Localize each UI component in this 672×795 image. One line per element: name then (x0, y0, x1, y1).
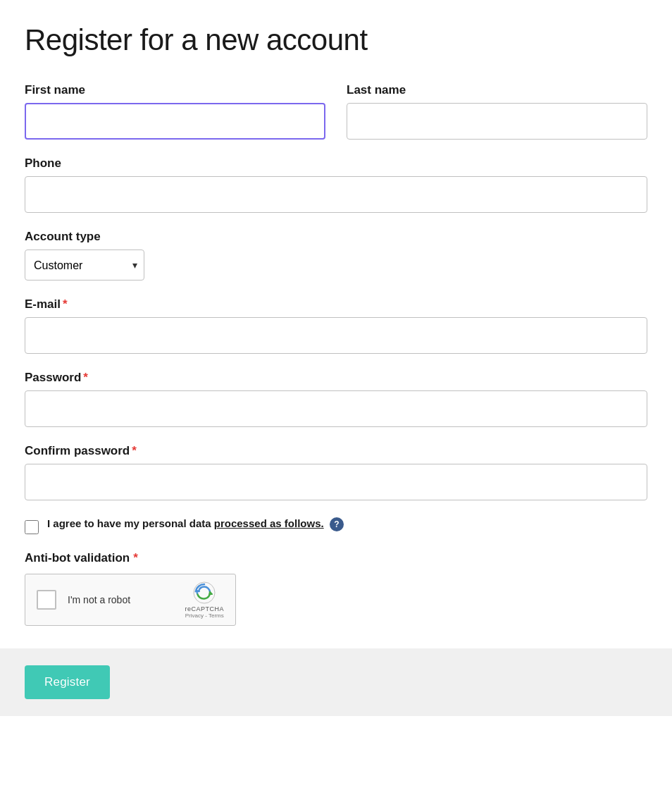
recaptcha-widget[interactable]: I'm not a robot reCAPTCHA Privacy - Term… (25, 574, 236, 626)
page-title: Register for a new account (25, 23, 647, 58)
password-label: Password* (25, 371, 647, 385)
last-name-label: Last name (347, 83, 647, 97)
name-row: First name Last name (25, 83, 647, 140)
last-name-input[interactable] (347, 103, 647, 140)
processed-link[interactable]: processed as follows. (214, 517, 324, 529)
recaptcha-logo-icon (193, 581, 216, 604)
recaptcha-links: Privacy - Terms (185, 612, 224, 619)
account-type-label: Account type (25, 230, 647, 244)
email-required-star: * (63, 297, 68, 311)
account-type-group: Account type Customer Business Partner ▾ (25, 230, 647, 281)
email-input[interactable] (25, 317, 647, 354)
confirm-password-required-star: * (132, 444, 137, 457)
password-required-star: * (83, 371, 88, 384)
confirm-password-group: Confirm password* (25, 444, 647, 500)
footer-bar: Register (0, 648, 672, 716)
first-name-input[interactable] (25, 103, 325, 140)
consent-row: I agree to have my personal data process… (25, 517, 647, 537)
phone-input[interactable] (25, 176, 647, 213)
help-icon[interactable]: ? (330, 517, 344, 531)
antibot-required-star: * (133, 551, 138, 565)
confirm-password-input[interactable] (25, 464, 647, 500)
phone-group: Phone (25, 156, 647, 213)
account-type-select-wrapper: Customer Business Partner ▾ (25, 249, 144, 281)
password-group: Password* (25, 371, 647, 427)
recaptcha-brand: reCAPTCHA (185, 605, 224, 612)
email-group: E-mail* (25, 297, 647, 354)
consent-checkbox[interactable] (25, 520, 39, 534)
recaptcha-checkbox[interactable] (37, 590, 56, 610)
page-container: Register for a new account First name La… (0, 0, 672, 626)
consent-label: I agree to have my personal data process… (47, 517, 344, 531)
recaptcha-text: I'm not a robot (68, 594, 179, 605)
antibot-label: Anti-bot validation* (25, 551, 647, 565)
register-button[interactable]: Register (25, 665, 110, 699)
password-input[interactable] (25, 390, 647, 427)
account-type-select[interactable]: Customer Business Partner (25, 249, 144, 281)
recaptcha-logo-area: reCAPTCHA Privacy - Terms (185, 581, 224, 619)
last-name-group: Last name (347, 83, 647, 140)
confirm-password-label: Confirm password* (25, 444, 647, 458)
phone-label: Phone (25, 156, 647, 171)
first-name-group: First name (25, 83, 325, 140)
email-label: E-mail* (25, 297, 647, 312)
first-name-label: First name (25, 83, 325, 97)
